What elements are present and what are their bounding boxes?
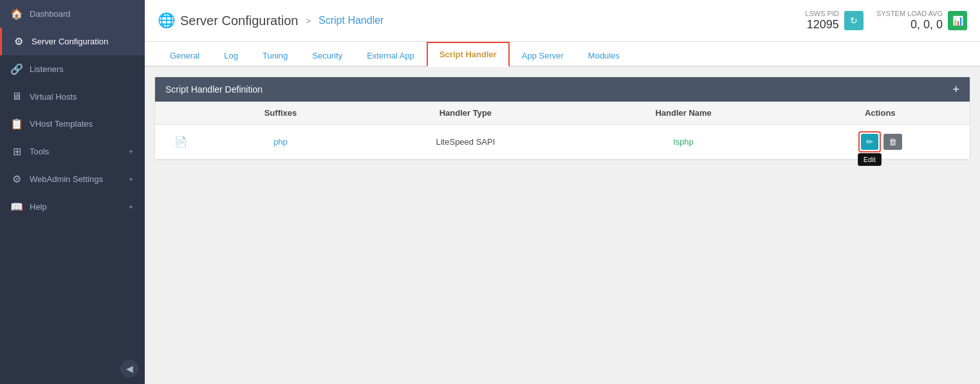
sidebar-item-label: Dashboard xyxy=(30,9,71,19)
tab-tuning[interactable]: Tuning xyxy=(250,44,300,67)
sidebar-item-help[interactable]: 📖 Help ＋ xyxy=(0,193,145,221)
tab-modules[interactable]: Modules xyxy=(576,44,632,67)
sidebar-item-virtual-hosts[interactable]: 🖥 Virtual Hosts xyxy=(0,83,145,110)
lsws-pid-label: LSWS PID xyxy=(805,10,839,18)
row-icon-cell: 📄 xyxy=(155,125,207,160)
sidebar-collapse-area: ◀ xyxy=(0,353,145,384)
topbar: 🌐 Server Configuration > Script Handler … xyxy=(145,0,980,42)
sidebar-collapse-button[interactable]: ◀ xyxy=(120,360,138,378)
sidebar-item-label: Server Configuration xyxy=(32,37,108,46)
row-suffix: php xyxy=(207,125,355,160)
server-configuration-icon: ⚙ xyxy=(12,35,25,48)
vhost-templates-icon: 📋 xyxy=(10,118,23,130)
sidebar-item-label: WebAdmin Settings xyxy=(30,174,103,184)
breadcrumb-subtitle: Script Handler xyxy=(319,15,384,26)
listeners-icon: 🔗 xyxy=(10,63,23,75)
refresh-button[interactable]: ↻ xyxy=(844,11,864,30)
main-content: 🌐 Server Configuration > Script Handler … xyxy=(145,0,980,384)
sidebar-item-webadmin-settings[interactable]: ⚙ WebAdmin Settings ＋ xyxy=(0,165,145,193)
section-header: Script Handler Definition + xyxy=(155,77,970,102)
globe-icon: 🌐 xyxy=(158,12,175,29)
sidebar: 🏠 Dashboard ⚙ Server Configuration 🔗 Lis… xyxy=(0,0,145,384)
section-title: Script Handler Definition xyxy=(165,84,263,95)
tab-general[interactable]: General xyxy=(158,44,212,67)
tools-expand-icon: ＋ xyxy=(127,147,134,156)
sidebar-item-label: Tools xyxy=(30,147,49,156)
edit-tooltip: Edit xyxy=(858,153,882,166)
page-title: Server Configuration xyxy=(180,14,298,28)
tab-bar: General Log Tuning Security External App… xyxy=(145,42,980,67)
sidebar-item-label: Listeners xyxy=(30,64,64,74)
webadmin-expand-icon: ＋ xyxy=(127,174,134,184)
topbar-right: LSWS PID 12095 ↻ SYSTEM LOAD AVG 0, 0, 0… xyxy=(805,10,967,32)
help-icon: 📖 xyxy=(10,201,23,213)
row-handler-type: LiteSpeed SAPI xyxy=(355,125,577,160)
sidebar-item-label: VHost Templates xyxy=(30,119,93,129)
topbar-left: 🌐 Server Configuration > Script Handler xyxy=(158,12,384,29)
virtual-hosts-icon: 🖥 xyxy=(10,91,23,102)
table-header-row: Suffixes Handler Type Handler Name Actio… xyxy=(155,102,970,125)
webadmin-settings-icon: ⚙ xyxy=(10,173,23,185)
table-row: 📄 php LiteSpeed SAPI lsphp ✏ Edit 🗑 xyxy=(155,125,970,160)
row-handler-name: lsphp xyxy=(577,125,791,160)
dashboard-icon: 🏠 xyxy=(10,8,23,20)
help-expand-icon: ＋ xyxy=(127,202,134,212)
system-load-value: 0, 0, 0 xyxy=(876,18,943,32)
chart-button[interactable]: 📊 xyxy=(948,11,967,30)
add-handler-button[interactable]: + xyxy=(952,84,959,95)
col-actions: Actions xyxy=(790,102,970,125)
col-handler-name: Handler Name xyxy=(577,102,791,125)
script-handler-table: Suffixes Handler Type Handler Name Actio… xyxy=(155,102,970,160)
breadcrumb-separator: > xyxy=(306,16,311,26)
col-suffixes: Suffixes xyxy=(207,102,355,125)
row-script-icon: 📄 xyxy=(174,136,187,147)
row-actions: ✏ Edit 🗑 xyxy=(790,125,970,160)
tab-script-handler[interactable]: Script Handler xyxy=(427,42,510,67)
lsws-pid-value: 12095 xyxy=(805,18,839,32)
sidebar-item-label: Help xyxy=(30,202,47,212)
edit-button-container: ✏ Edit xyxy=(858,131,881,152)
sidebar-item-vhost-templates[interactable]: 📋 VHost Templates xyxy=(0,110,145,138)
sidebar-item-server-configuration[interactable]: ⚙ Server Configuration xyxy=(0,28,145,55)
col-handler-type: Handler Type xyxy=(355,102,577,125)
delete-button[interactable]: 🗑 xyxy=(883,134,902,150)
system-load-label: SYSTEM LOAD AVG xyxy=(876,10,943,18)
sidebar-item-label: Virtual Hosts xyxy=(30,92,77,102)
col-empty xyxy=(155,102,207,125)
action-buttons: ✏ Edit 🗑 xyxy=(800,131,959,152)
edit-button[interactable]: ✏ xyxy=(861,134,878,150)
lsws-pid-block: LSWS PID 12095 ↻ xyxy=(805,10,864,32)
system-load-block: SYSTEM LOAD AVG 0, 0, 0 📊 xyxy=(876,10,967,32)
tools-icon: ⊞ xyxy=(10,145,23,158)
tab-external-app[interactable]: External App xyxy=(355,44,427,67)
sidebar-item-dashboard[interactable]: 🏠 Dashboard xyxy=(0,0,145,28)
script-handler-section: Script Handler Definition + Suffixes Han… xyxy=(154,77,970,160)
sidebar-item-listeners[interactable]: 🔗 Listeners xyxy=(0,55,145,83)
tab-log[interactable]: Log xyxy=(212,44,250,67)
tab-app-server[interactable]: App Server xyxy=(510,44,576,67)
tab-security[interactable]: Security xyxy=(300,44,355,67)
sidebar-item-tools[interactable]: ⊞ Tools ＋ xyxy=(0,138,145,165)
content-area: Script Handler Definition + Suffixes Han… xyxy=(145,67,980,384)
